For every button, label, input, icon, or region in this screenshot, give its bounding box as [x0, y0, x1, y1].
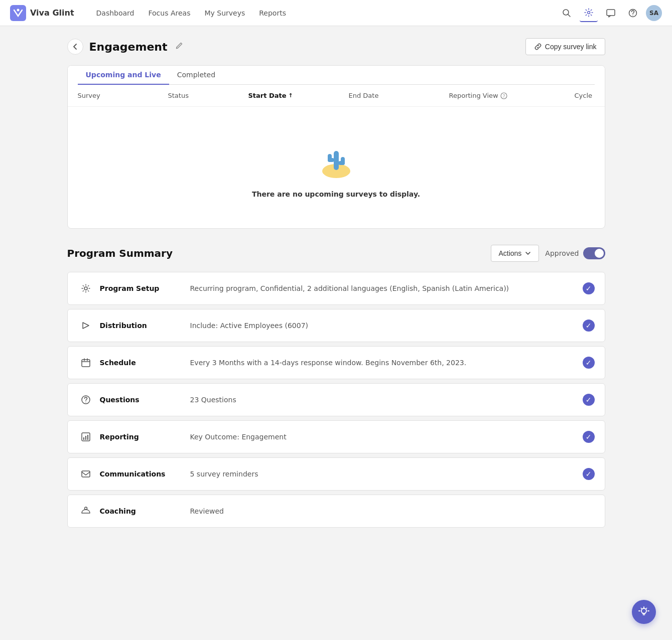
link-icon	[534, 43, 542, 51]
nav-dashboard[interactable]: Dashboard	[90, 6, 141, 20]
empty-state: There are no upcoming surveys to display…	[68, 107, 605, 228]
svg-text:?: ?	[503, 94, 505, 99]
distribution-title: Distribution	[100, 322, 180, 330]
svg-point-20	[85, 402, 86, 403]
tabs: Upcoming and Live Completed	[78, 66, 595, 85]
svg-rect-15	[341, 157, 345, 165]
program-item-setup[interactable]: Program Setup Recurring program, Confide…	[67, 272, 605, 305]
back-button[interactable]	[67, 39, 83, 55]
empty-message: There are no upcoming surveys to display…	[252, 190, 420, 198]
messages-icon	[606, 9, 615, 18]
edit-icon[interactable]	[175, 42, 183, 52]
program-item-reporting[interactable]: Reporting Key Outcome: Engagement ✓	[67, 420, 605, 453]
communications-check: ✓	[583, 468, 595, 480]
mail-icon	[78, 466, 94, 482]
back-icon	[71, 43, 79, 51]
svg-rect-11	[334, 151, 339, 170]
page-header: Engagement Copy survey link	[67, 38, 605, 55]
reporting-check: ✓	[583, 431, 595, 443]
app-logo[interactable]: Viva Glint	[10, 5, 74, 21]
svg-rect-24	[87, 435, 88, 440]
surveys-card: Upcoming and Live Completed Survey Statu…	[67, 65, 605, 229]
tab-completed[interactable]: Completed	[169, 66, 223, 85]
table-header: Survey Status Start Date ↑ End Date Repo…	[68, 85, 605, 107]
program-items: Program Setup Recurring program, Confide…	[67, 272, 605, 532]
coaching-title: Coaching	[100, 507, 180, 515]
settings-button[interactable]	[580, 4, 598, 22]
actions-button[interactable]: Actions	[491, 245, 539, 262]
search-icon	[562, 9, 571, 18]
reporting-icon	[78, 429, 94, 445]
info-icon: ?	[500, 92, 507, 99]
reporting-description: Key Outcome: Engagement	[190, 433, 575, 441]
distribution-description: Include: Active Employees (6007)	[190, 322, 575, 330]
th-start-date[interactable]: Start Date ↑	[248, 92, 349, 99]
svg-line-3	[568, 14, 571, 17]
communications-description: 5 survey reminders	[190, 470, 575, 478]
logo-icon	[10, 5, 26, 21]
svg-rect-18	[82, 360, 90, 367]
calendar-icon	[78, 355, 94, 371]
svg-point-26	[84, 507, 87, 510]
copy-survey-button[interactable]: Copy survey link	[525, 38, 605, 55]
approved-label: Approved	[545, 249, 579, 257]
coaching-description: Reviewed	[190, 507, 595, 515]
program-item-schedule[interactable]: Schedule Every 3 Months with a 14-days r…	[67, 346, 605, 379]
setup-title: Program Setup	[100, 284, 180, 292]
nav-focus-areas[interactable]: Focus Areas	[143, 6, 197, 20]
nav-icons: SA	[558, 4, 662, 22]
program-item-communications[interactable]: Communications 5 survey reminders ✓	[67, 457, 605, 491]
svg-point-4	[588, 11, 590, 14]
nav-my-surveys[interactable]: My Surveys	[198, 6, 251, 20]
chevron-down-icon	[524, 250, 531, 257]
questions-description: 23 Questions	[190, 396, 575, 404]
schedule-check: ✓	[583, 357, 595, 369]
nav-reports[interactable]: Reports	[253, 6, 292, 20]
program-title: Program Summary	[67, 247, 173, 259]
help-button[interactable]	[624, 4, 642, 22]
th-status: Status	[168, 92, 248, 99]
svg-rect-23	[85, 436, 86, 440]
avatar[interactable]: SA	[646, 5, 662, 21]
program-item-questions[interactable]: Questions 23 Questions ✓	[67, 383, 605, 416]
empty-illustration	[314, 137, 359, 182]
questions-title: Questions	[100, 396, 180, 404]
search-button[interactable]	[558, 4, 576, 22]
th-reporting-view: Reporting View ?	[449, 92, 575, 99]
th-survey: Survey	[78, 92, 168, 99]
approved-toggle[interactable]	[583, 247, 605, 259]
svg-point-1	[17, 9, 20, 11]
svg-rect-13	[328, 154, 332, 162]
th-end-date: End Date	[349, 92, 449, 99]
distribution-check: ✓	[583, 319, 595, 332]
program-header: Program Summary Actions Approved	[67, 245, 605, 262]
program-item-distribution[interactable]: Distribution Include: Active Employees (…	[67, 309, 605, 342]
main-content: Engagement Copy survey link Upcoming and…	[55, 26, 617, 552]
question-icon	[78, 392, 94, 408]
communications-title: Communications	[100, 470, 180, 478]
messages-button[interactable]	[602, 4, 620, 22]
nav-links: Dashboard Focus Areas My Surveys Reports	[90, 6, 558, 20]
svg-point-7	[632, 15, 633, 16]
th-cycle: Cycle	[575, 92, 595, 99]
reporting-title: Reporting	[100, 433, 180, 441]
svg-rect-25	[82, 471, 90, 477]
tab-upcoming-live[interactable]: Upcoming and Live	[78, 66, 169, 85]
distribution-icon	[78, 317, 94, 334]
questions-check: ✓	[583, 394, 595, 406]
setup-description: Recurring program, Confidential, 2 addit…	[190, 284, 575, 292]
svg-point-16	[84, 287, 87, 290]
gear-icon	[78, 280, 94, 296]
svg-rect-5	[607, 10, 615, 16]
help-icon	[628, 9, 637, 18]
program-item-coaching[interactable]: Coaching Reviewed	[67, 495, 605, 528]
svg-rect-22	[83, 437, 84, 440]
coaching-icon	[78, 503, 94, 519]
page-title: Engagement	[89, 41, 168, 53]
svg-marker-17	[83, 323, 89, 329]
settings-icon	[584, 8, 593, 17]
svg-rect-0	[10, 5, 26, 21]
schedule-description: Every 3 Months with a 14-days response w…	[190, 359, 575, 367]
setup-check: ✓	[583, 282, 595, 294]
top-navigation: Viva Glint Dashboard Focus Areas My Surv…	[0, 0, 672, 26]
